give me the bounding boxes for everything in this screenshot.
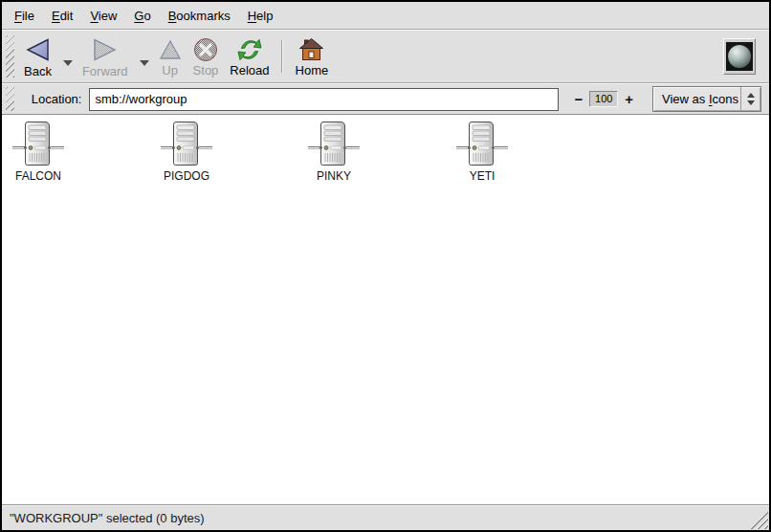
icon-view[interactable]: FALCON PIGDOG PINKY YETI [2, 115, 769, 504]
menu-file[interactable]: File [6, 5, 43, 27]
back-button[interactable]: Back [18, 32, 57, 81]
menu-view[interactable]: View [81, 5, 125, 27]
computer-icon [11, 121, 65, 166]
home-button[interactable]: Home [290, 33, 335, 80]
location-bar: Location: − 100 + View as Icons [2, 83, 769, 115]
home-icon [298, 37, 324, 62]
stop-button: Stop [187, 33, 225, 80]
toolbar-separator [281, 40, 282, 73]
forward-history-dropdown-icon [140, 60, 149, 66]
toolbar: Back Forward Up [2, 30, 769, 83]
back-icon [25, 36, 50, 63]
location-bar-grip[interactable] [6, 87, 14, 111]
computer-icon [455, 121, 509, 166]
file-manager-window: File Edit View Go Bookmarks Help Back Fo… [0, 0, 771, 532]
up-button: Up [153, 33, 187, 80]
menubar: File Edit View Go Bookmarks Help [2, 2, 769, 30]
toolbar-grip[interactable] [6, 35, 14, 78]
resize-grip-icon[interactable] [750, 511, 768, 529]
view-as-arrows-icon[interactable] [740, 87, 760, 111]
throbber-icon [726, 42, 753, 71]
zoom-level-indicator[interactable]: 100 [589, 91, 618, 107]
reload-icon [236, 37, 263, 62]
computer-icon [307, 121, 361, 166]
server-item-pinky[interactable]: PINKY [290, 121, 378, 183]
server-item-yeti[interactable]: YETI [438, 121, 526, 183]
back-history-dropdown-icon[interactable] [63, 60, 73, 66]
menu-go[interactable]: Go [125, 5, 159, 27]
server-item-falcon[interactable]: FALCON [2, 121, 82, 183]
zoom-in-button[interactable]: + [621, 92, 637, 107]
zoom-out-button[interactable]: − [570, 92, 586, 107]
location-input[interactable] [89, 88, 559, 111]
reload-button[interactable]: Reload [224, 33, 275, 80]
stop-icon [193, 37, 218, 62]
forward-icon [93, 36, 118, 63]
menu-help[interactable]: Help [239, 5, 282, 27]
menu-edit[interactable]: Edit [43, 5, 81, 27]
up-icon [159, 37, 182, 62]
view-as-dropdown[interactable]: View as Icons [652, 86, 761, 112]
view-as-label: View as Icons [653, 87, 740, 111]
statusbar: "WORKGROUP" selected (0 bytes) [2, 504, 769, 530]
forward-button: Forward [77, 32, 134, 81]
computer-icon [160, 121, 213, 166]
status-text: "WORKGROUP" selected (0 bytes) [10, 511, 205, 525]
server-item-pigdog[interactable]: PIGDOG [143, 121, 231, 183]
throbber-frame [723, 38, 756, 75]
menu-bookmarks[interactable]: Bookmarks [160, 5, 239, 27]
location-label: Location: [32, 92, 82, 106]
